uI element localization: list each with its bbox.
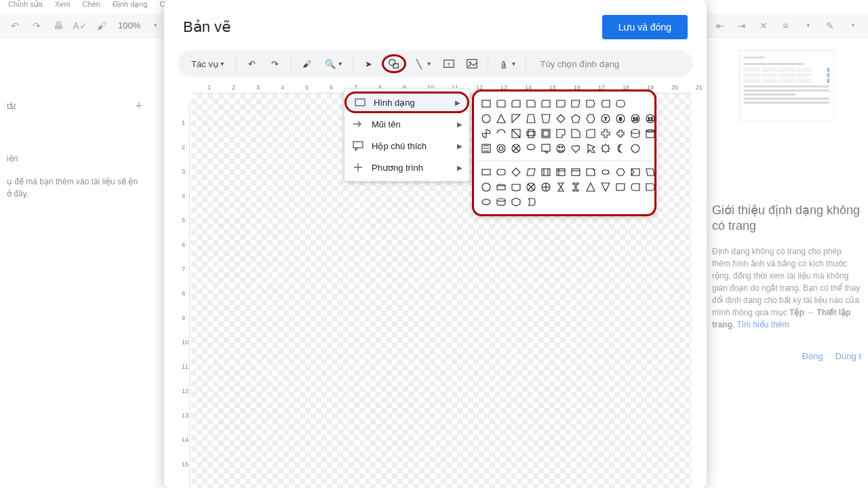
shape-option[interactable] — [539, 112, 553, 125]
shape-option[interactable] — [509, 97, 523, 110]
shape-option[interactable]: 8 — [614, 112, 627, 125]
shape-option[interactable] — [509, 165, 523, 179]
shape-option[interactable] — [599, 142, 612, 155]
shape-option[interactable] — [509, 112, 523, 125]
shape-option[interactable] — [479, 165, 493, 179]
shape-option[interactable] — [479, 112, 493, 125]
svg-rect-6 — [355, 99, 365, 106]
shape-option[interactable] — [629, 127, 642, 140]
shape-option[interactable] — [644, 165, 657, 179]
shape-option[interactable] — [494, 165, 508, 179]
shape-option[interactable] — [599, 127, 612, 140]
chevron-right-icon: ▶ — [455, 99, 460, 106]
shape-option[interactable] — [569, 112, 583, 125]
shape-option[interactable] — [644, 142, 657, 155]
menu-item-equation[interactable]: Phương trình ▶ — [344, 157, 469, 178]
shape-option[interactable] — [539, 180, 553, 194]
shape-option[interactable] — [614, 180, 627, 194]
shape-option[interactable] — [524, 142, 538, 155]
shape-option[interactable] — [569, 127, 583, 140]
shape-option[interactable] — [554, 165, 568, 179]
svg-text:7: 7 — [604, 116, 608, 122]
shape-option[interactable] — [584, 180, 597, 194]
shape-option[interactable] — [629, 142, 642, 155]
shape-option[interactable] — [569, 165, 583, 179]
shape-option[interactable] — [509, 195, 523, 209]
line-color-button[interactable]: â▼ — [494, 54, 521, 73]
shape-option[interactable] — [569, 142, 583, 155]
shape-option[interactable] — [539, 165, 553, 179]
menu-item-shapes[interactable]: Hình dạng ▶ — [344, 92, 469, 113]
shape-option[interactable] — [554, 112, 568, 125]
shape-option[interactable] — [584, 142, 597, 155]
shape-option[interactable] — [509, 142, 523, 155]
shape-option[interactable] — [524, 165, 538, 179]
paint-format-button[interactable]: 🖌 — [297, 54, 317, 73]
shape-option[interactable]: 7 — [599, 112, 612, 125]
shape-option[interactable] — [524, 180, 538, 194]
shape-option[interactable] — [479, 97, 493, 110]
shape-option[interactable] — [479, 142, 493, 155]
shape-option[interactable] — [494, 127, 508, 140]
shape-option[interactable] — [644, 97, 657, 110]
shape-option[interactable] — [494, 142, 508, 155]
shape-option[interactable] — [539, 127, 553, 140]
shape-option[interactable]: 10 — [629, 112, 642, 125]
shape-option[interactable] — [569, 180, 583, 194]
chevron-down-icon: ▼ — [845, 18, 861, 34]
shape-option[interactable] — [509, 180, 523, 194]
shape-option[interactable] — [554, 97, 568, 110]
shape-option[interactable] — [629, 97, 642, 110]
undo-button[interactable]: ↶ — [242, 54, 262, 73]
shape-option[interactable] — [494, 112, 508, 125]
shape-option[interactable] — [644, 180, 657, 194]
shape-option[interactable] — [584, 112, 597, 125]
shape-option[interactable] — [554, 142, 568, 155]
shape-option[interactable] — [614, 165, 627, 179]
shape-option[interactable] — [524, 127, 538, 140]
save-and-close-button[interactable]: Lưu và đóng — [602, 15, 688, 39]
shape-option[interactable] — [494, 180, 508, 194]
shape-option[interactable] — [524, 112, 538, 125]
shape-option[interactable] — [554, 127, 568, 140]
shape-option[interactable] — [539, 97, 553, 110]
shape-option[interactable] — [584, 127, 597, 140]
menu-item-callouts[interactable]: Hộp chú thích ▶ — [344, 135, 469, 157]
shape-option[interactable] — [599, 165, 612, 179]
shape-option[interactable]: 12 — [644, 112, 657, 125]
select-tool[interactable]: ➤ — [359, 54, 379, 73]
shape-option[interactable] — [614, 127, 627, 140]
image-tool[interactable] — [462, 54, 482, 73]
shape-option[interactable] — [494, 97, 508, 110]
shape-tool[interactable] — [382, 54, 406, 73]
menu-item-arrows[interactable]: Mũi tên ▶ — [344, 113, 469, 135]
shape-option[interactable] — [539, 142, 553, 155]
svg-rect-44 — [572, 169, 580, 176]
shape-option[interactable] — [584, 165, 597, 179]
line-tool[interactable]: ╲▼ — [409, 54, 436, 73]
shape-option[interactable] — [479, 127, 493, 140]
actions-menu[interactable]: Tác vụ▼ — [186, 54, 231, 73]
shape-option[interactable] — [509, 127, 523, 140]
textbox-tool[interactable]: T — [439, 54, 459, 73]
shape-option[interactable] — [644, 127, 657, 140]
shape-option[interactable] — [524, 97, 538, 110]
outline-help-text: ụ đề mà bạn thêm vào tài liệu sẽ ện ở đâ… — [7, 176, 142, 200]
redo-button[interactable]: ↷ — [265, 54, 285, 73]
shape-option[interactable] — [479, 195, 493, 209]
shape-option[interactable] — [629, 165, 642, 179]
shape-option[interactable] — [554, 180, 568, 194]
shape-option[interactable] — [479, 180, 493, 194]
shape-option[interactable] — [524, 195, 538, 209]
shape-option[interactable] — [569, 97, 583, 110]
shape-option[interactable] — [494, 195, 508, 209]
shape-option[interactable] — [614, 97, 627, 110]
shape-option[interactable] — [599, 97, 612, 110]
ruler-tick: 4 — [182, 192, 185, 199]
ruler-tick: 5 — [182, 217, 185, 224]
shape-option[interactable] — [599, 180, 612, 194]
shape-option[interactable] — [614, 142, 627, 155]
zoom-button[interactable]: 🔍▼ — [320, 54, 347, 73]
shape-option[interactable] — [584, 97, 597, 110]
shape-option[interactable] — [629, 180, 642, 194]
